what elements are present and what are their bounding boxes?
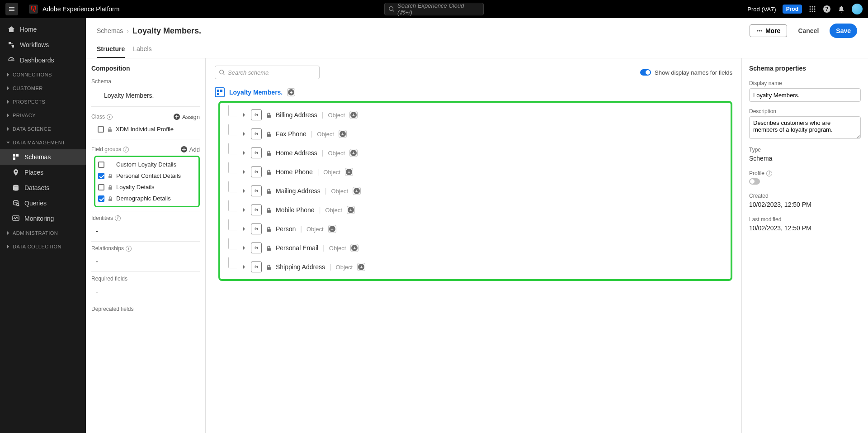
svg-line-25: [223, 74, 225, 75]
nav-dashboards[interactable]: Dashboards: [0, 52, 86, 68]
info-icon[interactable]: i: [115, 215, 121, 221]
add-child-field-button[interactable]: +: [345, 168, 353, 176]
field-name: Mailing Address: [276, 187, 321, 195]
schema-root-node[interactable]: Loyalty Members. +: [215, 87, 732, 97]
save-button[interactable]: Save: [830, 24, 857, 38]
display-name-input[interactable]: [749, 88, 861, 102]
hamburger-menu[interactable]: [5, 3, 18, 15]
nav-prospects[interactable]: PROSPECTS: [0, 95, 86, 109]
field-row[interactable]: Personal Email | Object +: [228, 238, 726, 257]
expand-caret[interactable]: [242, 189, 246, 193]
info-icon[interactable]: i: [126, 246, 132, 252]
expand-caret[interactable]: [242, 151, 246, 155]
description-input[interactable]: [749, 116, 861, 139]
nav-places[interactable]: Places: [0, 165, 86, 180]
schema-root-name[interactable]: Loyalty Members.: [229, 89, 283, 96]
field-group-row[interactable]: Custom Loyalty Details: [96, 159, 198, 170]
nav-monitoring[interactable]: Monitoring: [0, 211, 86, 226]
add-child-field-button[interactable]: +: [339, 130, 347, 138]
notifications-button[interactable]: [837, 5, 845, 13]
field-group-list: Custom Loyalty Details Personal Contact …: [94, 156, 200, 207]
add-child-field-button[interactable]: +: [349, 149, 358, 157]
display-names-label: Show display names for fields: [655, 69, 732, 76]
nav-data-management[interactable]: DATA MANAGEMENT: [0, 136, 86, 149]
menu-icon: [8, 5, 15, 13]
svg-point-14: [13, 185, 19, 187]
add-child-field-button[interactable]: +: [350, 244, 359, 252]
add-child-field-button[interactable]: +: [349, 111, 358, 119]
chevron-right-icon: [6, 231, 10, 235]
field-group-row[interactable]: Loyalty Details: [96, 181, 198, 193]
field-row[interactable]: Shipping Address | Object +: [228, 257, 726, 276]
breadcrumb-schemas[interactable]: Schemas: [97, 27, 123, 34]
info-icon[interactable]: i: [123, 147, 129, 152]
assign-class-button[interactable]: Assign: [173, 113, 200, 120]
expand-caret[interactable]: [242, 265, 246, 269]
expand-caret[interactable]: [242, 227, 246, 231]
info-icon[interactable]: i: [766, 171, 772, 176]
field-name: Shipping Address: [276, 263, 325, 271]
add-child-field-button[interactable]: +: [353, 187, 361, 195]
field-row[interactable]: Billing Address | Object +: [228, 105, 726, 124]
add-child-field-button[interactable]: +: [347, 206, 355, 214]
nav-connections[interactable]: CONNECTIONS: [0, 68, 86, 81]
tab-labels[interactable]: Labels: [133, 42, 151, 58]
nav-data-science[interactable]: DATA SCIENCE: [0, 122, 86, 136]
add-field-root-button[interactable]: +: [287, 88, 295, 96]
tab-structure[interactable]: Structure: [97, 42, 125, 58]
nav-datasets[interactable]: Datasets: [0, 180, 86, 195]
display-names-toggle[interactable]: [640, 69, 651, 76]
expand-caret[interactable]: [242, 113, 246, 117]
global-search[interactable]: Search Experience Cloud (⌘+/): [384, 3, 484, 15]
add-child-field-button[interactable]: +: [357, 263, 365, 271]
field-group-checkbox[interactable]: [98, 195, 104, 202]
field-name: Mobile Phone: [276, 206, 315, 214]
user-avatar[interactable]: [852, 4, 863, 14]
nav-customer[interactable]: CUSTOMER: [0, 81, 86, 95]
schema-canvas: Search schema Show display names for fie…: [206, 58, 741, 433]
expand-caret[interactable]: [242, 208, 246, 212]
help-icon: ?: [823, 5, 831, 13]
field-row[interactable]: Home Address | Object +: [228, 143, 726, 162]
field-row[interactable]: Person | Object +: [228, 219, 726, 238]
help-button[interactable]: ?: [823, 5, 831, 13]
divider: [91, 211, 200, 211]
apps-switcher[interactable]: [808, 5, 816, 13]
nav-home[interactable]: Home: [0, 22, 86, 37]
cancel-button[interactable]: Cancel: [792, 24, 825, 38]
class-section-label: Classi: [91, 114, 113, 120]
field-row[interactable]: Mobile Phone | Object +: [228, 200, 726, 219]
field-row[interactable]: Fax Phone | Object +: [228, 124, 726, 143]
field-group-checkbox[interactable]: [98, 162, 104, 168]
schema-name[interactable]: Loyalty Members.: [91, 88, 200, 103]
created-label: Created: [749, 193, 861, 199]
chevron-right-icon: [6, 127, 10, 131]
svg-point-16: [17, 204, 19, 206]
add-child-field-button[interactable]: +: [328, 225, 336, 233]
schema-search[interactable]: Search schema: [215, 66, 320, 79]
nav-administration[interactable]: ADMINISTRATION: [0, 226, 86, 240]
field-group-row[interactable]: Demographic Details: [96, 193, 198, 204]
nav-schemas[interactable]: Schemas: [0, 149, 86, 165]
field-group-checkbox[interactable]: [98, 173, 104, 179]
more-button[interactable]: More: [750, 24, 787, 37]
expand-caret[interactable]: [242, 132, 246, 136]
expand-caret[interactable]: [242, 246, 246, 250]
lock-icon: [266, 113, 271, 118]
class-checkbox[interactable]: [98, 126, 104, 133]
profile-toggle[interactable]: [749, 178, 760, 185]
field-group-checkbox[interactable]: [98, 184, 104, 190]
field-type: Object: [329, 245, 346, 252]
class-row[interactable]: XDM Individual Profile: [91, 123, 200, 135]
field-group-row[interactable]: Personal Contact Details: [96, 170, 198, 181]
nav-data-collection[interactable]: DATA COLLECTION: [0, 240, 86, 253]
add-field-group-button[interactable]: Add: [180, 146, 200, 153]
field-row[interactable]: Mailing Address | Object +: [228, 181, 726, 200]
nav-workflows[interactable]: Workflows: [0, 37, 86, 52]
nav-privacy[interactable]: PRIVACY: [0, 109, 86, 122]
expand-caret[interactable]: [242, 170, 246, 174]
svg-point-7: [812, 9, 813, 10]
field-row[interactable]: Home Phone | Object +: [228, 162, 726, 181]
info-icon[interactable]: i: [107, 114, 113, 120]
nav-queries[interactable]: Queries: [0, 195, 86, 211]
